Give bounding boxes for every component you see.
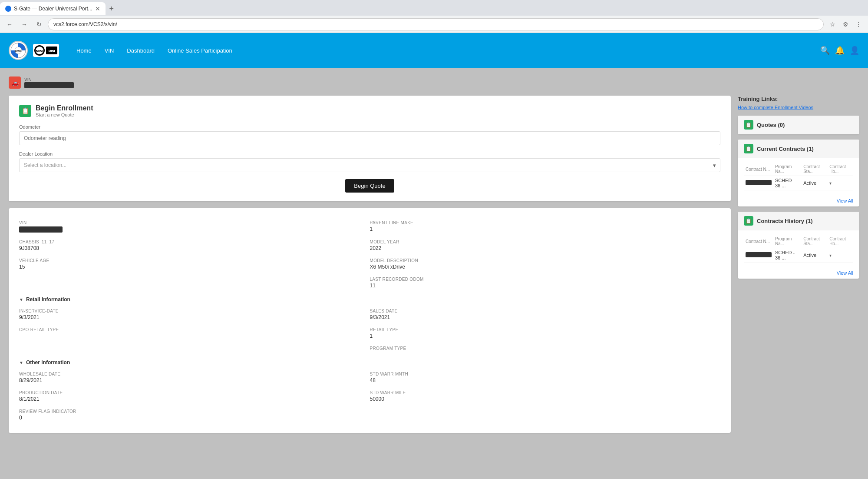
quotes-panel-title: Quotes (0): [757, 122, 785, 128]
svg-text:MINI: MINI: [49, 50, 55, 53]
hist-col-contract-n: Contract N...: [744, 235, 773, 248]
main-nav: Home VIN Dashboard Online Sales Particip…: [76, 46, 232, 56]
hist-col-program-na: Program Na...: [773, 235, 802, 248]
contracts-history-header-row: Contract N... Program Na... Contract Sta…: [744, 235, 853, 248]
sales-date-value: 9/3/2021: [370, 314, 721, 320]
bmw-logo: BMW: [9, 41, 28, 60]
menu-icon[interactable]: ⋮: [852, 18, 865, 30]
browser-toolbar: ← → ↻ vcs2.force.com/VCS2/s/vin/ ☆ ⚙ ⋮: [0, 16, 868, 33]
search-icon[interactable]: 🔍: [820, 46, 830, 55]
current-contracts-panel: 📋 Current Contracts (1) Contract N... Pr…: [738, 140, 859, 206]
hist-dropdown-arrow-icon: ▾: [829, 253, 832, 258]
url-text: vcs2.force.com/VCS2/s/vin/: [53, 21, 117, 27]
cpo-retail-type-label: CPO Retail Type: [19, 327, 370, 332]
training-link-videos[interactable]: How to complete Enrollment Videos: [738, 105, 813, 110]
mini-logo: MINI MINI: [33, 44, 59, 57]
enrollment-icon: 📋: [19, 105, 31, 117]
header-actions: 🔍 🔔 👤: [820, 46, 859, 55]
current-contracts-view-all: View All: [738, 195, 859, 206]
nav-online-sales[interactable]: Online Sales Participation: [168, 46, 232, 56]
current-contracts-title: Current Contracts (1): [757, 146, 814, 152]
hist-contract-ho-dropdown[interactable]: ▾: [829, 253, 851, 258]
col-contract-ho: Contract Ho...: [828, 163, 853, 176]
contracts-history-body: Contract N... Program Na... Contract Sta…: [738, 230, 859, 267]
retail-info-section[interactable]: ▼ Retail Information: [19, 292, 720, 305]
vin-car-icon: 🚗: [9, 77, 21, 89]
retail-type-field: Retail Type 1: [370, 324, 721, 343]
col-contract-n: Contract N...: [744, 163, 773, 176]
current-contract-status-cell: Active: [802, 176, 828, 190]
nav-home[interactable]: Home: [76, 46, 92, 56]
odometer-input[interactable]: [19, 131, 720, 145]
in-service-date-label: IN-SERVICE-DATE: [19, 309, 370, 313]
toolbar-icons: ☆ ⚙ ⋮: [826, 18, 865, 30]
dealer-location-select[interactable]: Select a location...: [19, 158, 720, 172]
right-column: Training Links: How to complete Enrollme…: [738, 96, 859, 433]
back-button[interactable]: ←: [3, 18, 16, 30]
last-odom-label: Last Recorded ODOM: [370, 277, 721, 282]
current-contract-n-cell: [744, 176, 773, 190]
hist-col-contract-sta: Contract Sta...: [802, 235, 828, 248]
last-odom-field: Last Recorded ODOM 11: [370, 273, 721, 292]
user-icon[interactable]: 👤: [850, 46, 859, 55]
contracts-history-view-all: View All: [738, 267, 859, 279]
retail-info-title: Retail Information: [26, 296, 70, 303]
extensions-icon[interactable]: ⚙: [839, 18, 851, 30]
tab-title: S-Gate — Dealer Universal Port...: [14, 6, 92, 12]
std-warr-mile-label: STD WARR MILE: [370, 390, 721, 395]
current-contract-ho-dropdown[interactable]: ▾: [829, 181, 851, 186]
current-contract-ho-cell: ▾: [828, 176, 853, 190]
parent-line-make-value: 1: [370, 226, 721, 232]
other-info-section[interactable]: ▼ Other Information: [19, 355, 720, 368]
forward-button[interactable]: →: [18, 18, 30, 30]
vehicle-age-value: 15: [19, 264, 370, 270]
tab-close-button[interactable]: ✕: [95, 5, 100, 12]
program-type-field: Program Type: [370, 343, 721, 355]
active-tab[interactable]: S-Gate — Dealer Universal Port... ✕: [0, 2, 106, 15]
address-bar[interactable]: vcs2.force.com/VCS2/s/vin/: [48, 18, 824, 30]
dealer-location-wrapper: Select a location...: [19, 158, 720, 172]
main-layout: 📋 Begin Enrollment Start a new Quote Odo…: [9, 96, 859, 433]
enrollment-title: Begin Enrollment: [36, 104, 93, 112]
other-chevron-icon: ▼: [19, 360, 23, 365]
review-flag-field: Review Flag Indicator 0: [19, 406, 370, 424]
nav-dashboard[interactable]: Dashboard: [127, 46, 155, 56]
vehicle-grid: VIN ■■■■■■■■■■■■ Parent Line Make 1 Chas…: [19, 217, 720, 424]
current-contracts-view-all-link[interactable]: View All: [837, 198, 853, 203]
nav-vin[interactable]: VIN: [105, 46, 114, 56]
notification-icon[interactable]: 🔔: [835, 46, 845, 55]
left-column: 📋 Begin Enrollment Start a new Quote Odo…: [9, 96, 731, 433]
wholesale-date-label: Wholesale Date: [19, 372, 370, 376]
parent-line-make-field: Parent Line Make 1: [370, 217, 721, 236]
logo-area: BMW MINI MINI: [9, 41, 59, 60]
contracts-history-panel: 📋 Contracts History (1) Contract N... Pr…: [738, 212, 859, 279]
retail-type-label: Retail Type: [370, 327, 721, 332]
svg-text:BMW: BMW: [15, 50, 22, 52]
hist-contract-ho-cell: ▾: [828, 248, 853, 263]
model-year-label: Model Year: [370, 240, 721, 244]
refresh-button[interactable]: ↻: [33, 18, 45, 30]
contracts-history-table: Contract N... Program Na... Contract Sta…: [744, 235, 853, 263]
wholesale-date-field: Wholesale Date 8/29/2021: [19, 368, 370, 387]
current-contracts-header: 📋 Current Contracts (1): [738, 140, 859, 158]
in-service-date-value: 9/3/2021: [19, 314, 370, 320]
contracts-history-view-all-link[interactable]: View All: [837, 270, 853, 276]
current-contracts-body: Contract N... Program Na... Contract Sta…: [738, 158, 859, 195]
retail-type-value: 1: [370, 333, 721, 339]
bookmark-icon[interactable]: ☆: [826, 18, 838, 30]
odometer-label: Odometer: [19, 124, 720, 130]
sales-date-field: Sales Date 9/3/2021: [370, 305, 721, 324]
begin-quote-button[interactable]: Begin Quote: [345, 179, 394, 193]
hist-program-na-cell: SCHED - 36 ...: [773, 248, 802, 263]
new-tab-button[interactable]: +: [106, 3, 118, 15]
contracts-history-title: Contracts History (1): [757, 218, 813, 224]
vin-field-value: ■■■■■■■■■■■■: [19, 226, 63, 233]
review-flag-label: Review Flag Indicator: [19, 409, 370, 414]
std-warr-mnth-value: 48: [370, 377, 721, 383]
vin-value: SUXCY■■■■■■■■■■: [24, 82, 74, 88]
odometer-field-group: Odometer: [19, 124, 720, 145]
model-description-field: Model Description X6 M50i xDrive: [370, 255, 721, 273]
quotes-panel: 📋 Quotes (0): [738, 116, 859, 134]
tab-bar: S-Gate — Dealer Universal Port... ✕ +: [0, 0, 868, 16]
vehicle-age-label: Vehicle Age: [19, 258, 370, 263]
